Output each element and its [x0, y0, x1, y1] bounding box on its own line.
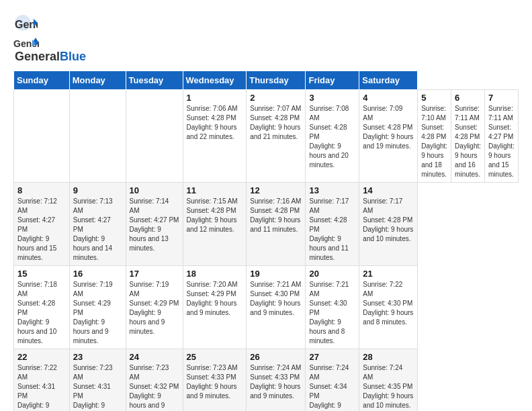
calendar-cell: 28Sunrise: 7:24 AMSunset: 4:35 PMDayligh…: [359, 349, 418, 412]
day-number: 9: [73, 185, 122, 195]
logo-general-text: General: [15, 50, 60, 63]
calendar-cell: 2Sunrise: 7:07 AMSunset: 4:28 PMDaylight…: [247, 90, 306, 183]
day-info: Sunrise: 7:22 AMSunset: 4:31 PMDaylight:…: [17, 363, 66, 411]
day-info: Sunrise: 7:13 AMSunset: 4:27 PMDaylight:…: [73, 197, 122, 263]
calendar-cell: 18Sunrise: 7:20 AMSunset: 4:29 PMDayligh…: [183, 266, 247, 349]
calendar-cell: 9Sunrise: 7:13 AMSunset: 4:27 PMDaylight…: [69, 183, 126, 266]
day-info: Sunrise: 7:23 AMSunset: 4:31 PMDaylight:…: [73, 363, 122, 411]
calendar-cell: 4Sunrise: 7:09 AMSunset: 4:28 PMDaylight…: [359, 90, 418, 183]
day-info: Sunrise: 7:17 AMSunset: 4:28 PMDaylight:…: [363, 197, 414, 244]
calendar-cell: 11Sunrise: 7:15 AMSunset: 4:28 PMDayligh…: [183, 183, 247, 266]
day-number: 28: [363, 352, 414, 362]
day-number: 14: [363, 185, 414, 195]
day-number: 16: [73, 269, 122, 279]
weekday-header-wednesday: Wednesday: [183, 71, 247, 90]
day-info: Sunrise: 7:18 AMSunset: 4:28 PMDaylight:…: [17, 280, 66, 346]
calendar-cell: 21Sunrise: 7:22 AMSunset: 4:30 PMDayligh…: [359, 266, 418, 349]
day-info: Sunrise: 7:21 AMSunset: 4:30 PMDaylight:…: [309, 280, 355, 346]
day-info: Sunrise: 7:15 AMSunset: 4:28 PMDaylight:…: [187, 197, 243, 234]
logo-blue-text: Blue: [60, 50, 86, 63]
calendar-body: 1Sunrise: 7:06 AMSunset: 4:28 PMDaylight…: [14, 90, 519, 412]
day-number: 4: [363, 93, 414, 103]
day-number: 26: [250, 352, 302, 362]
weekday-header-tuesday: Tuesday: [126, 71, 183, 90]
calendar-cell: 14Sunrise: 7:17 AMSunset: 4:28 PMDayligh…: [359, 183, 418, 266]
calendar-cell: [14, 90, 70, 183]
day-info: Sunrise: 7:20 AMSunset: 4:29 PMDaylight:…: [187, 280, 243, 318]
calendar-cell: 6Sunrise: 7:11 AMSunset: 4:28 PMDaylight…: [451, 90, 485, 183]
calendar-cell: 26Sunrise: 7:24 AMSunset: 4:33 PMDayligh…: [247, 349, 306, 412]
calendar-cell: [69, 90, 126, 183]
weekday-header-friday: Friday: [306, 71, 359, 90]
calendar-cell: 25Sunrise: 7:23 AMSunset: 4:33 PMDayligh…: [183, 349, 247, 412]
day-number: 3: [309, 93, 355, 103]
day-number: 19: [250, 269, 302, 279]
calendar-cell: 1Sunrise: 7:06 AMSunset: 4:28 PMDaylight…: [183, 90, 247, 183]
day-number: 24: [130, 352, 179, 362]
day-number: 21: [363, 269, 414, 279]
day-info: Sunrise: 7:17 AMSunset: 4:28 PMDaylight:…: [309, 197, 355, 263]
calendar-week-3: 15Sunrise: 7:18 AMSunset: 4:28 PMDayligh…: [14, 266, 519, 349]
day-info: Sunrise: 7:10 AMSunset: 4:28 PMDaylight:…: [421, 104, 447, 179]
weekday-header-thursday: Thursday: [247, 71, 306, 90]
day-info: Sunrise: 7:11 AMSunset: 4:28 PMDaylight:…: [455, 104, 481, 179]
calendar-week-1: 1Sunrise: 7:06 AMSunset: 4:28 PMDaylight…: [14, 90, 519, 183]
day-number: 6: [455, 93, 481, 103]
calendar-cell: 5Sunrise: 7:10 AMSunset: 4:28 PMDaylight…: [418, 90, 451, 183]
day-number: 8: [17, 185, 66, 195]
calendar-table: SundayMondayTuesdayWednesdayThursdayFrid…: [13, 71, 519, 411]
day-number: 13: [309, 185, 355, 195]
day-number: 11: [187, 185, 243, 195]
day-info: Sunrise: 7:08 AMSunset: 4:28 PMDaylight:…: [309, 104, 355, 170]
day-info: Sunrise: 7:12 AMSunset: 4:27 PMDaylight:…: [17, 197, 66, 263]
page-header: General General GeneralBlue: [13, 13, 519, 64]
logo-icon: General: [13, 13, 38, 38]
day-number: 23: [73, 352, 122, 362]
calendar-cell: 19Sunrise: 7:21 AMSunset: 4:30 PMDayligh…: [247, 266, 306, 349]
day-info: Sunrise: 7:06 AMSunset: 4:28 PMDaylight:…: [187, 104, 243, 142]
calendar-cell: 22Sunrise: 7:22 AMSunset: 4:31 PMDayligh…: [14, 349, 70, 412]
weekday-header-saturday: Saturday: [359, 71, 418, 90]
day-info: Sunrise: 7:23 AMSunset: 4:33 PMDaylight:…: [187, 363, 243, 401]
day-number: 22: [17, 352, 66, 362]
calendar-cell: 3Sunrise: 7:08 AMSunset: 4:28 PMDaylight…: [306, 90, 359, 183]
day-number: 5: [421, 93, 447, 103]
day-info: Sunrise: 7:23 AMSunset: 4:32 PMDaylight:…: [130, 363, 179, 411]
day-info: Sunrise: 7:16 AMSunset: 4:28 PMDaylight:…: [250, 197, 302, 234]
weekday-header-monday: Monday: [69, 71, 126, 90]
day-info: Sunrise: 7:24 AMSunset: 4:34 PMDaylight:…: [309, 363, 355, 411]
day-number: 2: [250, 93, 302, 103]
day-info: Sunrise: 7:11 AMSunset: 4:27 PMDaylight:…: [488, 104, 515, 179]
calendar-cell: 16Sunrise: 7:19 AMSunset: 4:29 PMDayligh…: [69, 266, 126, 349]
calendar-cell: 7Sunrise: 7:11 AMSunset: 4:27 PMDaylight…: [485, 90, 519, 183]
day-info: Sunrise: 7:19 AMSunset: 4:29 PMDaylight:…: [73, 280, 122, 346]
day-number: 12: [250, 185, 302, 195]
calendar-cell: 27Sunrise: 7:24 AMSunset: 4:34 PMDayligh…: [306, 349, 359, 412]
day-info: Sunrise: 7:24 AMSunset: 4:35 PMDaylight:…: [363, 363, 414, 410]
calendar-cell: 15Sunrise: 7:18 AMSunset: 4:28 PMDayligh…: [14, 266, 70, 349]
day-info: Sunrise: 7:07 AMSunset: 4:28 PMDaylight:…: [250, 104, 302, 142]
day-number: 10: [130, 185, 179, 195]
day-number: 17: [130, 269, 179, 279]
calendar-cell: 10Sunrise: 7:14 AMSunset: 4:27 PMDayligh…: [126, 183, 183, 266]
day-info: Sunrise: 7:22 AMSunset: 4:30 PMDaylight:…: [363, 280, 414, 327]
calendar-cell: 20Sunrise: 7:21 AMSunset: 4:30 PMDayligh…: [306, 266, 359, 349]
calendar-header: SundayMondayTuesdayWednesdayThursdayFrid…: [14, 71, 519, 90]
day-number: 20: [309, 269, 355, 279]
calendar-cell: 23Sunrise: 7:23 AMSunset: 4:31 PMDayligh…: [69, 349, 126, 412]
calendar-cell: [126, 90, 183, 183]
day-info: Sunrise: 7:19 AMSunset: 4:29 PMDaylight:…: [130, 280, 179, 336]
day-number: 1: [187, 93, 243, 103]
calendar-cell: 13Sunrise: 7:17 AMSunset: 4:28 PMDayligh…: [306, 183, 359, 266]
day-info: Sunrise: 7:24 AMSunset: 4:33 PMDaylight:…: [250, 363, 302, 401]
day-info: Sunrise: 7:21 AMSunset: 4:30 PMDaylight:…: [250, 280, 302, 318]
day-number: 7: [488, 93, 515, 103]
logo: General General GeneralBlue: [13, 13, 86, 64]
calendar-cell: 24Sunrise: 7:23 AMSunset: 4:32 PMDayligh…: [126, 349, 183, 412]
calendar-cell: 8Sunrise: 7:12 AMSunset: 4:27 PMDaylight…: [14, 183, 70, 266]
day-info: Sunrise: 7:09 AMSunset: 4:28 PMDaylight:…: [363, 104, 414, 151]
day-info: Sunrise: 7:14 AMSunset: 4:27 PMDaylight:…: [130, 197, 179, 253]
calendar-cell: 17Sunrise: 7:19 AMSunset: 4:29 PMDayligh…: [126, 266, 183, 349]
calendar-week-4: 22Sunrise: 7:22 AMSunset: 4:31 PMDayligh…: [14, 349, 519, 412]
weekday-header-sunday: Sunday: [14, 71, 70, 90]
